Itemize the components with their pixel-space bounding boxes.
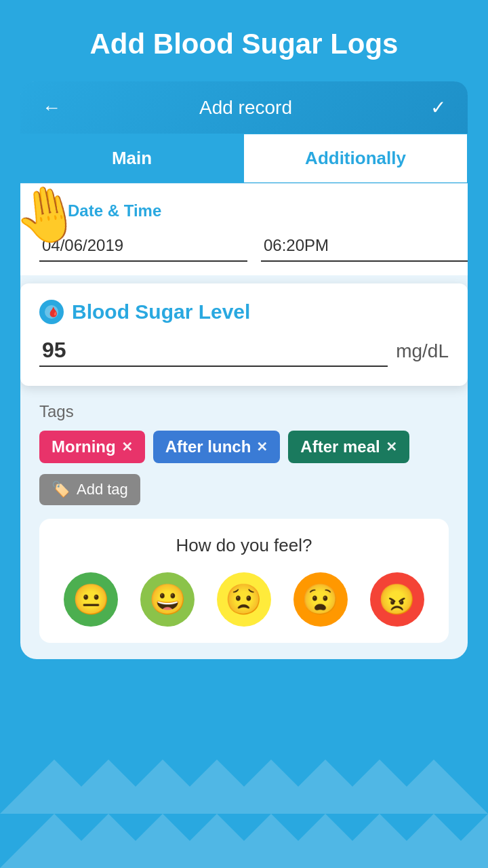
- remove-after-lunch-tag[interactable]: ✕: [256, 439, 268, 455]
- page-title: Add Blood Sugar Logs: [0, 0, 488, 81]
- card-body: Main Additionally 📅 Date & Time 🩸: [20, 134, 468, 659]
- blood-sugar-label: 🩸 Blood Sugar Level: [39, 300, 449, 324]
- tag-after-meal[interactable]: After meal ✕: [288, 431, 409, 463]
- back-button[interactable]: ←: [37, 94, 66, 121]
- blood-input-row: mg/dL: [39, 335, 449, 367]
- feel-title: How do you feel?: [53, 535, 435, 556]
- svg-text:🩸: 🩸: [47, 307, 59, 318]
- feel-angry[interactable]: 😠: [370, 572, 424, 627]
- blood-icon: 🩸: [39, 300, 64, 324]
- tags-label: Tags: [39, 402, 449, 421]
- tag-after-lunch[interactable]: After lunch ✕: [153, 431, 281, 463]
- lower-section: Tags Morning ✕ After lunch ✕ After meal …: [20, 386, 468, 659]
- remove-after-meal-tag[interactable]: ✕: [386, 439, 397, 455]
- tag-icon: 🏷️: [52, 481, 70, 498]
- add-tag-button[interactable]: 🏷️ Add tag: [39, 474, 140, 505]
- blood-sugar-section: 🩸 Blood Sugar Level mg/dL: [20, 283, 468, 386]
- tag-morning[interactable]: Morning ✕: [39, 431, 145, 463]
- remove-morning-tag[interactable]: ✕: [121, 439, 133, 455]
- feel-sad[interactable]: 😟: [217, 572, 271, 627]
- datetime-label: 📅 Date & Time: [39, 200, 449, 221]
- feel-neutral[interactable]: 😐: [64, 572, 118, 627]
- unit-label: mg/dL: [396, 340, 449, 362]
- calendar-icon: 📅: [39, 200, 61, 221]
- feel-worried[interactable]: 😧: [293, 572, 348, 627]
- feel-card: How do you feel? 😐 😀 😟 😧 😠: [39, 519, 449, 643]
- datetime-row: [39, 231, 449, 262]
- tab-row: Main Additionally: [20, 134, 468, 184]
- date-input[interactable]: [39, 231, 247, 262]
- card-header: ← Add record ✓: [20, 81, 468, 134]
- datetime-section: 📅 Date & Time: [20, 184, 468, 275]
- time-input[interactable]: [261, 231, 468, 262]
- main-card: ← Add record ✓ Main Additionally 📅 Date …: [20, 81, 468, 659]
- tab-main[interactable]: Main: [20, 134, 243, 183]
- tab-additionally[interactable]: Additionally: [243, 134, 468, 183]
- blood-sugar-input[interactable]: [39, 335, 388, 367]
- tags-row: Morning ✕ After lunch ✕ After meal ✕: [39, 431, 449, 463]
- card-header-title: Add record: [66, 97, 425, 119]
- feel-happy[interactable]: 😀: [140, 572, 195, 627]
- confirm-button[interactable]: ✓: [425, 94, 451, 121]
- emoji-row: 😐 😀 😟 😧 😠: [53, 572, 435, 627]
